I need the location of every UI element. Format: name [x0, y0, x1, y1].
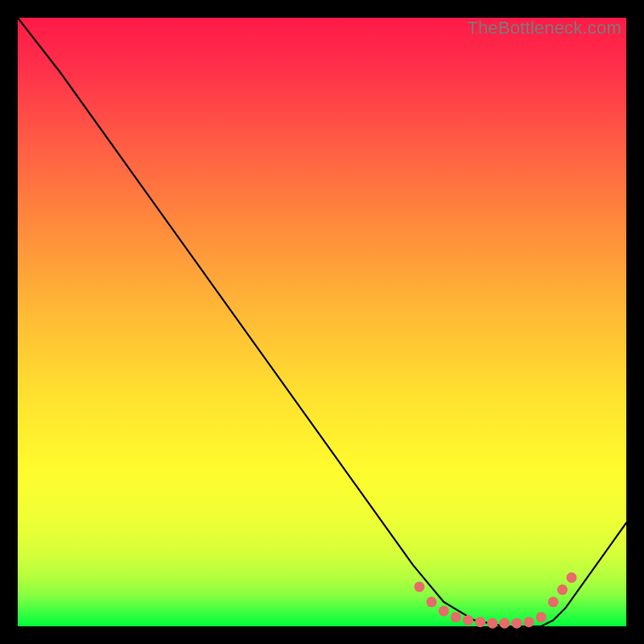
chart-stage: TheBottleneck.com [0, 0, 644, 644]
marker-dot [487, 618, 497, 629]
marker-dot [499, 618, 510, 629]
marker-dot [427, 597, 437, 607]
marker-dot [567, 572, 577, 583]
marker-dot [557, 584, 568, 595]
marker-dot [463, 615, 473, 625]
marker-dot [415, 581, 425, 592]
marker-dot [524, 617, 535, 627]
marker-dot [439, 606, 449, 617]
marker-dot [475, 617, 485, 627]
marker-dot [511, 618, 522, 629]
chart-plot-area: TheBottleneck.com [18, 18, 626, 626]
chart-svg [18, 18, 626, 626]
marker-dot [536, 612, 547, 622]
bottleneck-curve-path [18, 18, 626, 626]
marker-dot [548, 597, 559, 607]
marker-dot [451, 612, 461, 622]
